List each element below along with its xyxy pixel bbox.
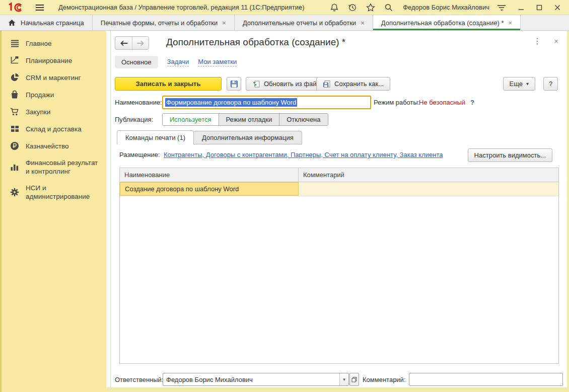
column-header-comment[interactable]: Комментарий	[299, 168, 558, 182]
sidebar-item-crm[interactable]: CRM и маркетинг	[2, 69, 106, 86]
shopping-cart-icon	[10, 107, 19, 116]
main-menu-icon[interactable]	[35, 4, 44, 11]
form-nav-links: Основное Задачи Мои заметки	[115, 55, 237, 69]
tab-additional-info[interactable]: Дополнительная информация	[193, 131, 302, 144]
panel-splitter[interactable]	[106, 31, 111, 387]
work-mode-help-icon[interactable]: ?	[470, 99, 474, 106]
sidebar-item-warehouse[interactable]: Склад и доставка	[2, 120, 106, 137]
form-close-icon[interactable]: ×	[554, 37, 558, 45]
save-button[interactable]	[227, 77, 241, 91]
publication-label: Публикация:	[115, 116, 153, 123]
tab-label: Начальная страница	[21, 19, 84, 27]
tab-print-commands[interactable]: Команды печати (1)	[117, 130, 194, 144]
sidebar-item-main[interactable]: Главное	[2, 35, 106, 52]
tab-additional-reports[interactable]: Дополнительные отчеты и обработки ×	[235, 15, 373, 30]
tab-home[interactable]: Начальная страница	[0, 15, 93, 30]
tab-close-icon[interactable]: ×	[222, 19, 226, 27]
bar-chart-icon	[10, 163, 19, 172]
sidebar-item-label: Финансовый результат и контроллинг	[26, 159, 102, 176]
print-commands-table[interactable]: Наименование Комментарий Создание догово…	[119, 168, 559, 364]
chevron-down-icon: ▾	[526, 81, 529, 87]
form-toolbar: Записать и закрыть Обновить из файла... …	[115, 77, 562, 91]
comment-label: Комментарий:	[363, 376, 406, 383]
form-footer: Ответственный: Федоров Борис Михайлович …	[115, 373, 562, 386]
window-tabbar: Начальная страница Печатные формы, отчет…	[0, 15, 569, 31]
notifications-bell-icon[interactable]	[329, 3, 339, 13]
favorites-star-icon[interactable]	[366, 3, 376, 13]
name-row: Наименование: Формирование договора по ш…	[115, 96, 562, 109]
placement-link[interactable]: Контрагенты, Договоры с контрагентами, П…	[164, 151, 443, 159]
form-menu-dots-icon[interactable]: ⋮	[533, 37, 541, 45]
sidebar-item-planning[interactable]: Планирование	[2, 52, 106, 69]
save-and-close-button[interactable]: Записать и закрыть	[115, 77, 222, 91]
configure-visibility-button[interactable]: Настроить видимость...	[468, 148, 552, 162]
button-label: Еще	[510, 80, 523, 88]
close-icon[interactable]	[551, 2, 564, 13]
back-button[interactable]	[115, 37, 132, 49]
publication-option-used[interactable]: Используется	[163, 114, 219, 125]
table-header: Наименование Комментарий	[120, 168, 558, 182]
window-frame-bottom	[106, 387, 569, 392]
history-icon[interactable]	[347, 3, 358, 13]
sidebar-item-label: Закупки	[26, 108, 50, 116]
search-icon[interactable]	[384, 3, 394, 13]
name-label: Наименование:	[115, 99, 162, 106]
sections-sidebar: Главное Планирование CRM и маркетинг Про…	[0, 31, 106, 392]
history-nav-group	[115, 36, 149, 50]
responsible-label: Ответственный:	[115, 376, 163, 383]
update-from-file-icon	[252, 80, 260, 88]
publication-option-debug[interactable]: Режим отладки	[219, 114, 279, 125]
sidebar-item-treasury[interactable]: Казначейство	[2, 137, 106, 154]
comment-input[interactable]	[409, 373, 563, 386]
sidebar-item-label: CRM и маркетинг	[26, 73, 81, 82]
navlink-notes[interactable]: Мои заметки	[198, 58, 237, 66]
tab-close-icon[interactable]: ×	[508, 19, 512, 27]
tab-additional-processing[interactable]: Дополнительная обработка (создание) * ×	[373, 15, 521, 30]
application-window: Демонстрационная база / Управление торго…	[0, 0, 569, 392]
sidebar-item-purchases[interactable]: Закупки	[2, 103, 106, 120]
work-mode-label: Режим работы:	[374, 99, 419, 106]
navlink-tasks[interactable]: Задачи	[167, 58, 189, 66]
navlink-main[interactable]: Основное	[115, 56, 158, 68]
sidebar-item-financial-result[interactable]: Финансовый результат и контроллинг	[2, 154, 106, 180]
tab-label: Дополнительные отчеты и обработки	[243, 19, 356, 27]
sidebar-item-nsi-admin[interactable]: НСИ и администрирование	[2, 180, 106, 205]
tab-print-forms[interactable]: Печатные формы, отчеты и обработки ×	[93, 15, 235, 30]
pie-chart-icon	[10, 73, 19, 82]
cell-name[interactable]: Создание договора по шаблону Word	[120, 182, 299, 196]
window-frame-right	[567, 31, 569, 392]
responsible-open-button[interactable]	[349, 373, 359, 386]
planning-chart-icon	[10, 56, 19, 65]
publication-row: Публикация: Используется Режим отладки О…	[115, 113, 562, 126]
1c-logo-icon	[7, 3, 23, 13]
tab-label: Дополнительная обработка (создание) *	[381, 19, 504, 27]
more-button[interactable]: Еще ▾	[503, 77, 535, 91]
responsible-value: Федоров Борис Михайлович	[163, 373, 339, 385]
maximize-icon[interactable]	[533, 2, 546, 13]
gear-icon	[10, 188, 19, 197]
form-title: Дополнительная обработка (создание) *	[166, 37, 345, 48]
table-row[interactable]: Создание договора по шаблону Word	[120, 182, 558, 196]
current-user[interactable]: Федоров Борис Михайлович	[403, 4, 489, 11]
help-button[interactable]: ?	[543, 77, 558, 91]
button-label: Сохранить как...	[334, 80, 384, 88]
column-header-name[interactable]: Наименование	[120, 168, 299, 182]
menu-lines-icon	[10, 39, 19, 48]
publication-option-disabled[interactable]: Отключена	[279, 114, 327, 125]
work-mode-value[interactable]: Не безопасный	[419, 99, 465, 106]
sidebar-item-sales[interactable]: Продажи	[2, 86, 106, 103]
service-menu-icon[interactable]	[496, 3, 507, 13]
save-as-button[interactable]: Сохранить как...	[316, 77, 390, 91]
sidebar-item-label: Казначейство	[26, 142, 69, 150]
ruble-circle-icon	[10, 141, 19, 150]
responsible-combobox[interactable]: Федоров Борис Михайлович ▾	[163, 373, 349, 386]
forward-button[interactable]	[132, 37, 149, 49]
form-inner-tabs: Команды печати (1) Дополнительная информ…	[117, 130, 302, 144]
publication-switch: Используется Режим отладки Отключена	[162, 113, 328, 126]
cell-comment[interactable]	[299, 182, 558, 196]
placement-label: Размещение:	[119, 151, 160, 159]
name-input[interactable]: Формирование договора по шаблону Word	[162, 96, 371, 109]
combo-dropdown-icon[interactable]: ▾	[339, 373, 348, 385]
minimize-icon[interactable]	[515, 2, 528, 13]
tab-close-icon[interactable]: ×	[361, 19, 365, 27]
